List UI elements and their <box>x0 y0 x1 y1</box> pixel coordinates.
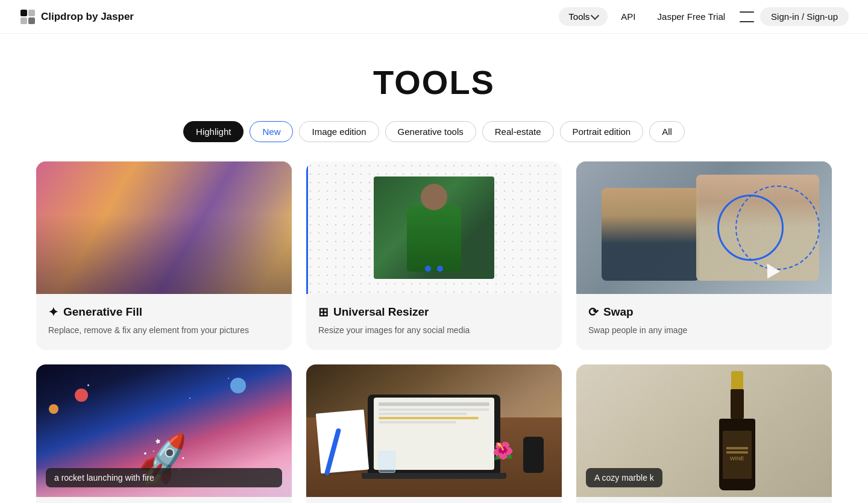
filter-tab-portrait-edition[interactable]: Portrait edition <box>560 121 644 142</box>
logo-icon <box>19 8 36 25</box>
swap-icon: ⟳ <box>588 305 599 319</box>
generative-fill-icon: ✦ <box>48 305 58 319</box>
tool-card-image-swap <box>576 161 832 294</box>
tool-card-info-cleanup: ✦ Cleanup Remove any unwanted object, de… <box>306 497 562 503</box>
background-removal-overlay-text: A cozy marble k <box>586 468 662 487</box>
tool-card-info-swap: ⟳ Swap Swap people in any image <box>576 294 832 350</box>
universal-resizer-icon: ⊞ <box>318 305 329 319</box>
stable-diffusion-overlay-text: a rocket launching with fire <box>46 468 282 487</box>
filter-tab-new[interactable]: New <box>250 121 293 142</box>
tool-card-image-cleanup: 🌺 <box>306 364 562 497</box>
trial-link[interactable]: Jasper Free Trial <box>649 7 734 26</box>
svg-rect-3 <box>28 17 35 24</box>
blue-dots <box>425 266 443 272</box>
page-title-section: TOOLS <box>0 34 868 121</box>
filter-tabs: Highlight New Image edition Generative t… <box>0 121 868 161</box>
filter-tab-generative-tools[interactable]: Generative tools <box>385 121 476 142</box>
page-title: TOOLS <box>0 63 868 102</box>
tool-card-generative-fill[interactable]: ✦ Generative Fill Replace, remove & fix … <box>36 161 292 350</box>
api-link[interactable]: API <box>612 7 644 26</box>
filter-tab-all[interactable]: All <box>649 121 685 142</box>
blue-border <box>306 161 308 294</box>
tools-dropdown-button[interactable]: Tools <box>559 7 608 26</box>
tool-card-image-stable-diffusion: 🚀 a rocket launching with fire <box>36 364 292 497</box>
svg-rect-2 <box>20 17 27 24</box>
navbar: Clipdrop by Jasper Tools API Jasper Free… <box>0 0 868 34</box>
tools-grid: ✦ Generative Fill Replace, remove & fix … <box>12 161 856 503</box>
navbar-right: Tools API Jasper Free Trial Sign-in / Si… <box>559 7 849 26</box>
tool-card-image-generative-fill <box>36 161 292 294</box>
menu-toggle[interactable] <box>738 11 755 22</box>
tool-card-title-generative-fill: ✦ Generative Fill <box>48 305 280 319</box>
logo[interactable]: Clipdrop by Jasper <box>19 8 134 25</box>
tool-card-image-universal-resizer <box>306 161 562 294</box>
filter-tab-highlight[interactable]: Highlight <box>183 121 244 142</box>
chevron-down-icon <box>591 11 599 19</box>
tool-card-swap[interactable]: ⟳ Swap Swap people in any image <box>576 161 832 350</box>
svg-rect-1 <box>28 10 35 16</box>
face-circle-solid <box>717 195 784 261</box>
tool-card-title-universal-resizer: ⊞ Universal Resizer <box>318 305 550 319</box>
tool-card-image-background-removal: WINE A cozy marble k <box>576 364 832 497</box>
tool-card-info-background-removal: ✦ Background Removal Remove the backgrou… <box>576 497 832 503</box>
resizer-inner-image <box>374 177 494 279</box>
tool-card-universal-resizer[interactable]: ⊞ Universal Resizer Resize your images f… <box>306 161 562 350</box>
tool-card-info-stable-diffusion: ✦ Stable Diffusion XL Generate images fr… <box>36 497 292 503</box>
svg-rect-0 <box>20 10 27 16</box>
tool-card-background-removal[interactable]: WINE A cozy marble k ✦ Background Remova… <box>576 364 832 503</box>
filter-tab-real-estate[interactable]: Real-estate <box>482 121 554 142</box>
tool-card-desc-generative-fill: Replace, remove & fix any element from y… <box>48 324 280 337</box>
filter-tab-image-edition[interactable]: Image edition <box>299 121 379 142</box>
logo-text: Clipdrop by Jasper <box>41 11 134 23</box>
signin-button[interactable]: Sign-in / Sign-up <box>760 7 849 26</box>
tool-card-title-swap: ⟳ Swap <box>588 305 820 319</box>
tool-card-cleanup[interactable]: 🌺 ✦ Cleanup Remove any unwanted object, … <box>306 364 562 503</box>
tool-card-stable-diffusion[interactable]: 🚀 a rocket launching with fire ✦ Stable … <box>36 364 292 503</box>
tool-card-desc-swap: Swap people in any image <box>588 324 820 337</box>
tool-card-desc-universal-resizer: Resize your images for any social media <box>318 324 550 337</box>
tool-card-info-universal-resizer: ⊞ Universal Resizer Resize your images f… <box>306 294 562 350</box>
tool-card-info-generative-fill: ✦ Generative Fill Replace, remove & fix … <box>36 294 292 350</box>
